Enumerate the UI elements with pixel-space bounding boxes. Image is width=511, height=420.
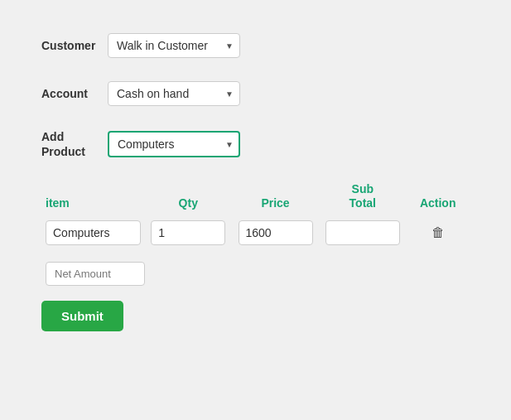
col-header-action: Action xyxy=(406,196,470,210)
cell-price xyxy=(232,220,319,245)
col-header-qty: Qty xyxy=(145,196,232,210)
form-container: Customer Walk in Customer Other Customer… xyxy=(17,17,494,348)
add-product-select[interactable]: Computers Laptops Phones xyxy=(108,131,240,157)
add-product-row: AddProduct Computers Laptops Phones xyxy=(41,129,470,159)
table-row: 🗑 xyxy=(41,217,470,249)
account-select-wrapper[interactable]: Cash on hand Bank Account xyxy=(108,81,240,106)
col-header-subtotal: Sub Total xyxy=(319,182,406,210)
cell-action: 🗑 xyxy=(406,225,470,240)
table-header: item Qty Price Sub Total Action xyxy=(41,182,470,217)
cell-qty xyxy=(145,220,232,245)
cell-item xyxy=(41,220,145,245)
cell-subtotal xyxy=(319,220,406,245)
price-input[interactable] xyxy=(239,220,313,245)
net-amount-input[interactable] xyxy=(46,262,145,286)
add-product-label: AddProduct xyxy=(41,129,108,159)
account-row: Account Cash on hand Bank Account xyxy=(41,81,470,106)
submit-button[interactable]: Submit xyxy=(41,301,123,331)
delete-row-icon[interactable]: 🗑 xyxy=(431,225,445,239)
account-label: Account xyxy=(41,87,108,100)
add-product-select-wrapper[interactable]: Computers Laptops Phones xyxy=(108,131,240,157)
col-header-item: item xyxy=(41,196,145,210)
table-section: item Qty Price Sub Total Action xyxy=(41,182,470,331)
customer-row: Customer Walk in Customer Other Customer xyxy=(41,33,470,58)
customer-label: Customer xyxy=(41,39,108,52)
item-input[interactable] xyxy=(46,220,141,245)
col-header-price: Price xyxy=(232,196,319,210)
subtotal-input[interactable] xyxy=(325,220,400,245)
customer-select[interactable]: Walk in Customer Other Customer xyxy=(108,33,240,58)
qty-input[interactable] xyxy=(151,220,225,245)
customer-select-wrapper[interactable]: Walk in Customer Other Customer xyxy=(108,33,240,58)
account-select[interactable]: Cash on hand Bank Account xyxy=(108,81,240,106)
net-amount-row xyxy=(41,262,470,286)
